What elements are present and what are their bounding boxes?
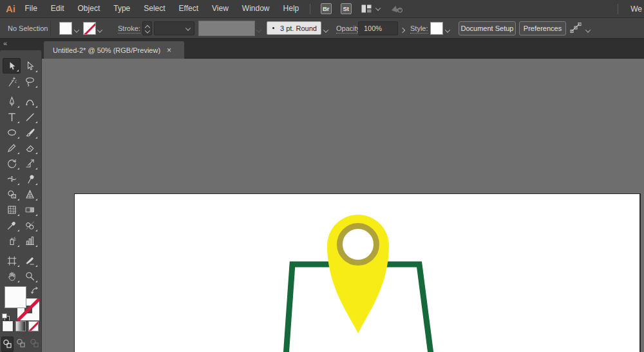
eyedropper-tool[interactable]: [3, 217, 21, 233]
curvature-tool-icon: [24, 96, 35, 107]
type-tool-icon: [6, 112, 17, 122]
chevron-down-icon: [375, 5, 380, 10]
ellipse-tool[interactable]: [3, 124, 21, 140]
column-graph-tool-icon: [24, 235, 35, 246]
lasso-tool[interactable]: [21, 73, 39, 89]
artboard[interactable]: [74, 193, 641, 352]
rotate-tool-icon: [6, 158, 17, 169]
fill-stroke-indicator: [1, 286, 40, 319]
magic-wand-tool-icon: [6, 76, 17, 87]
menu-edit[interactable]: Edit: [44, 0, 71, 17]
direct-selection-tool[interactable]: [21, 58, 39, 73]
curvature-tool[interactable]: [21, 93, 39, 109]
zoom-tool[interactable]: [21, 268, 39, 284]
document-tab-title: Untitled-2* @ 50% (RGB/Preview): [44, 46, 160, 54]
bridge-button[interactable]: Br: [321, 3, 332, 14]
workspace-name-truncated[interactable]: We: [618, 5, 644, 14]
document-tab[interactable]: Untitled-2* @ 50% (RGB/Preview) ×: [44, 41, 184, 59]
pin-ring-shape[interactable]: [340, 226, 377, 263]
puppet-warp-tool-icon: [24, 173, 35, 184]
menu-file[interactable]: File: [18, 0, 44, 17]
opacity-flyout-icon[interactable]: [401, 26, 404, 34]
opacity-value-field[interactable]: 100%: [358, 21, 398, 35]
style-swatch[interactable]: [430, 22, 443, 35]
preferences-button[interactable]: Preferences: [519, 21, 566, 35]
tool-flyout-indicator: [35, 280, 37, 282]
fill-color-swatch[interactable]: [59, 22, 72, 35]
selection-tool[interactable]: [3, 58, 21, 73]
stroke-weight-stepper[interactable]: [142, 21, 152, 35]
puppet-warp-tool[interactable]: [21, 171, 39, 186]
type-tool[interactable]: [3, 109, 21, 124]
stock-button[interactable]: St: [341, 3, 352, 14]
brush-definition-button[interactable]: 3 pt. Round: [267, 21, 321, 35]
tool-flyout-indicator: [35, 152, 37, 154]
slice-tool[interactable]: [21, 253, 39, 268]
transform-widget-icon: [570, 23, 582, 34]
fill-indicator[interactable]: [5, 286, 26, 308]
line-segment-tool-icon: [24, 112, 35, 122]
transform-widget-chevron-icon[interactable]: [586, 26, 590, 34]
document-tab-bar: « Untitled-2* @ 50% (RGB/Preview) ×: [0, 39, 644, 59]
rotate-tool[interactable]: [3, 155, 21, 171]
tool-flyout-indicator: [35, 214, 37, 216]
collapse-panels-icon[interactable]: «: [3, 39, 6, 47]
close-tab-icon[interactable]: ×: [167, 46, 171, 55]
draw-normal-mode[interactable]: [1, 337, 14, 352]
artboard-tool[interactable]: [3, 253, 21, 268]
paintbrush-tool[interactable]: [21, 124, 39, 140]
controlbar-separator: [50, 21, 51, 35]
width-tool[interactable]: [3, 171, 21, 186]
menu-help[interactable]: Help: [276, 0, 306, 17]
draw-behind-mode[interactable]: [15, 337, 27, 352]
menu-select[interactable]: Select: [137, 0, 172, 17]
tool-flyout-indicator: [17, 106, 19, 108]
tool-flyout-indicator: [17, 121, 19, 123]
scale-tool-icon: [24, 158, 35, 169]
menu-effect[interactable]: Effect: [172, 0, 205, 17]
stroke-color-swatch[interactable]: [83, 22, 96, 35]
menu-type[interactable]: Type: [107, 0, 137, 17]
mesh-tool[interactable]: [3, 202, 21, 217]
menu-window[interactable]: Window: [235, 0, 276, 17]
blend-tool[interactable]: [21, 217, 39, 233]
workspace-layout-icon: [361, 5, 372, 13]
fill-chevron-icon[interactable]: [75, 26, 79, 34]
style-label[interactable]: Style:: [410, 24, 428, 34]
slice-tool-icon: [24, 255, 35, 266]
pen-tool[interactable]: [3, 93, 21, 109]
apply-color-button[interactable]: [3, 321, 13, 331]
line-segment-tool[interactable]: [21, 109, 39, 124]
column-graph-tool[interactable]: [21, 233, 39, 248]
tool-flyout-indicator: [35, 265, 37, 267]
magic-wand-tool[interactable]: [3, 73, 21, 89]
tools-panel: [0, 50, 42, 352]
hand-tool[interactable]: [3, 268, 21, 284]
apply-gradient-button[interactable]: [15, 321, 26, 331]
perspective-grid-tool[interactable]: [21, 186, 39, 202]
pencil-tool[interactable]: [3, 140, 21, 155]
canvas-pasteboard[interactable]: [0, 59, 644, 352]
stepper-down-icon[interactable]: [145, 28, 150, 33]
stroke-weight-label[interactable]: Stroke:: [118, 24, 140, 34]
style-chevron-icon[interactable]: [446, 26, 450, 34]
apply-none-button[interactable]: [28, 321, 39, 331]
document-setup-button[interactable]: Document Setup: [459, 21, 516, 35]
tool-flyout-indicator: [17, 199, 19, 200]
transform-widget-button[interactable]: [570, 23, 582, 35]
brush-definition-label: 3 pt. Round: [280, 24, 317, 32]
swap-fill-stroke-icon[interactable]: [31, 287, 39, 295]
gradient-tool[interactable]: [21, 202, 39, 217]
brush-dropdown-chevron-icon[interactable]: [324, 26, 328, 34]
symbol-sprayer-tool[interactable]: [3, 233, 21, 248]
menu-object[interactable]: Object: [71, 0, 107, 17]
paintbrush-tool-icon: [24, 127, 35, 138]
shape-builder-tool[interactable]: [3, 186, 21, 202]
artboard-tool-icon: [6, 255, 17, 266]
eraser-tool[interactable]: [21, 140, 39, 155]
stroke-chevron-icon[interactable]: [98, 26, 102, 34]
menu-view[interactable]: View: [205, 0, 236, 17]
workspace-switcher-button[interactable]: [361, 5, 380, 13]
stroke-weight-dropdown[interactable]: [154, 21, 194, 35]
scale-tool[interactable]: [21, 155, 39, 171]
